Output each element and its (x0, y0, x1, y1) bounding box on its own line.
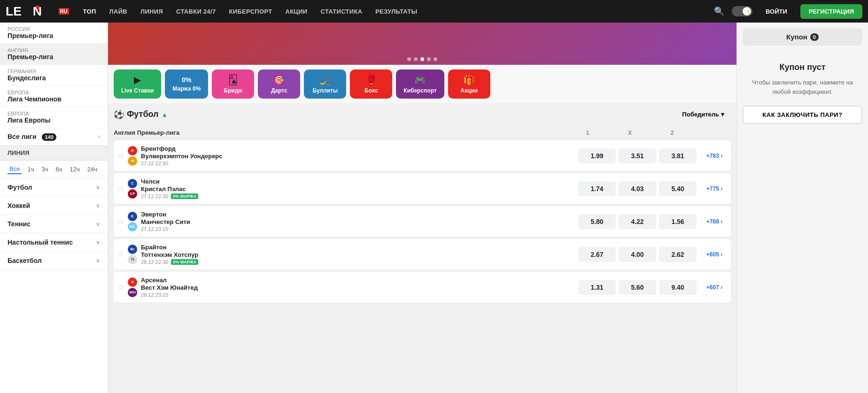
odds-1-button[interactable]: 1.31 (578, 280, 616, 295)
sidebar-all-leagues[interactable]: Все лиги 140 › (0, 128, 108, 146)
quick-link-bridge[interactable]: 🂡 Бридж (212, 69, 254, 99)
team-logos: C CP (128, 179, 137, 199)
sidebar-item-germany-bundesliga[interactable]: Германия Бундеслига (0, 65, 108, 86)
match-info: Арсенал Вест Хэм Юнайтед 28.12 23:15 (141, 277, 577, 298)
match-info: Челси Кристал Пэлас 27.12 22:30 0% МАРЖА (141, 178, 577, 199)
sidebar-league-name: Лига Европы (8, 116, 100, 124)
sun-icon: ☀ (745, 8, 751, 15)
odds-x-button[interactable]: 4.03 (619, 181, 656, 196)
odds-x-button[interactable]: 4.22 (619, 214, 656, 229)
quick-link-box[interactable]: 🥊 Бокс (350, 69, 392, 99)
quick-link-akcii[interactable]: 🎁 Акции (448, 69, 490, 99)
favorite-button[interactable]: ☆ (114, 283, 128, 292)
favorite-button[interactable]: ☆ (114, 250, 128, 259)
how-to-bet-button[interactable]: КАК ЗАКЛЮЧИТЬ ПАРИ? (743, 106, 862, 124)
sidebar-item-europe-europa[interactable]: Европа Лига Европы (0, 107, 108, 128)
nav-rezultaty[interactable]: РЕЗУЛЬТАТЫ (369, 0, 424, 23)
nav-akcii[interactable]: АКЦИИ (279, 0, 314, 23)
events-title: ⚽ Футбол ▲ (114, 109, 168, 120)
time-filter-6h[interactable]: 6ч (54, 165, 64, 174)
favorite-button[interactable]: ☆ (114, 184, 128, 193)
sidebar-league-name: Премьер-лига (8, 32, 100, 39)
banner-dot-5[interactable] (434, 57, 437, 61)
odds-x-button[interactable]: 4.00 (619, 247, 656, 262)
logo[interactable]: LE N RU (6, 4, 69, 19)
team-logo-1: Br (128, 245, 137, 254)
login-button[interactable]: ВОЙТИ (758, 5, 795, 18)
odds-2-button[interactable]: 1.56 (659, 214, 697, 229)
sidebar-sport-table-tennis[interactable]: Настольный теннис ∨ (0, 233, 108, 252)
sidebar-sport-tennis[interactable]: Теннис ∨ (0, 215, 108, 233)
time-filter-3h[interactable]: 3ч (39, 165, 50, 174)
more-odds-button[interactable]: +607 › (698, 284, 731, 291)
quick-link-margin[interactable]: 0% Маржа 0% (165, 69, 208, 99)
filter-label: Победитель (682, 111, 719, 118)
sidebar-item-europe-champions[interactable]: Европа Лига Чемпионов (0, 86, 108, 107)
quick-link-label: Бокс (364, 87, 378, 94)
nav-stavki[interactable]: СТАВКИ 24/7 (170, 0, 222, 23)
search-icon[interactable]: 🔍 (712, 4, 726, 18)
more-odds-button[interactable]: +605 › (698, 251, 731, 258)
nav-kibersport[interactable]: КИБЕРСПОРТ (223, 0, 279, 23)
nav-liniya[interactable]: ЛИНИЯ (134, 0, 170, 23)
favorite-button[interactable]: ☆ (114, 217, 128, 226)
odds-2-button[interactable]: 9.40 (659, 280, 697, 295)
more-odds-button[interactable]: +768 › (698, 218, 731, 225)
nav-statistika[interactable]: СТАТИСТИКА (314, 0, 369, 23)
quick-link-label: Бридж (224, 87, 242, 94)
odds-2-button[interactable]: 2.62 (659, 247, 697, 262)
hockey-icon: 🏒 (319, 74, 331, 85)
more-odds-button[interactable]: +775 › (698, 185, 731, 192)
banner-dot-1[interactable] (407, 57, 411, 61)
sidebar-sport-football[interactable]: Футбол ∨ (0, 178, 108, 197)
register-button[interactable]: РЕГИСТРАЦИЯ (800, 4, 862, 19)
events-filter-button[interactable]: Победитель ▾ (675, 108, 731, 121)
quick-link-label: Маржа 0% (172, 85, 201, 92)
nav-top[interactable]: ТОП (77, 0, 103, 23)
odds-1-button[interactable]: 1.99 (578, 148, 616, 163)
league-header: Англия Премьер-лига 1 X 2 (114, 125, 731, 139)
gift-icon: 🎁 (463, 74, 475, 85)
match-info: Эвертон Манчестер Сити 27.12 23:15 (141, 211, 577, 232)
quick-link-esport[interactable]: 🎮 Киберспорт (396, 69, 444, 99)
match-row: ☆ E MC Эвертон Манчестер Сити 27.12 23:1… (114, 206, 731, 237)
time-filter-12h[interactable]: 12ч (68, 165, 81, 174)
odds-x-button[interactable]: 3.51 (619, 148, 656, 163)
sidebar-sport-hockey[interactable]: Хоккей ∨ (0, 197, 108, 215)
sidebar-sport-basketball[interactable]: Баскетбол ∨ (0, 252, 108, 270)
chevron-up-icon: ▲ (162, 111, 168, 118)
favorite-button[interactable]: ☆ (114, 151, 128, 160)
team1-name: Брайтон (141, 244, 577, 251)
coupon-empty-desc: Чтобы заключить пари, нажмите на любой к… (743, 78, 862, 96)
match-datetime: 27.12 23:15 (141, 226, 168, 232)
sidebar-item-russia-premier[interactable]: Россия Премьер-лига (0, 23, 108, 44)
odds-2-button[interactable]: 3.81 (659, 148, 697, 163)
odds-1-button[interactable]: 5.80 (578, 214, 616, 229)
banner-dot-3[interactable] (420, 57, 424, 61)
logo-ru-badge: RU (59, 8, 69, 15)
sidebar-country: Европа (8, 90, 100, 95)
team-logo-1: E (128, 212, 137, 221)
quick-link-darts[interactable]: 🎯 Дартс (258, 69, 300, 99)
col-1-header: 1 (566, 130, 609, 136)
main-content: ▶ Live Ставки 0% Маржа 0% 🂡 Бридж 🎯 Дарт… (108, 23, 736, 393)
banner-dot-4[interactable] (427, 57, 431, 61)
banner-dot-2[interactable] (414, 57, 418, 61)
team-logo-2: MC (128, 222, 137, 231)
quick-link-live[interactable]: ▶ Live Ставки (114, 69, 161, 99)
time-filter-24h[interactable]: 24ч (85, 165, 99, 174)
match-row: ☆ B W Брентфорд Вулверхэмптон Уондерерс … (114, 140, 731, 171)
theme-toggle[interactable]: ☀ (732, 6, 752, 16)
quick-link-bullety[interactable]: 🏒 Буллиты (304, 69, 346, 99)
chevron-down-icon: ∨ (96, 221, 100, 227)
team-logo-1: C (128, 179, 137, 188)
odds-2-button[interactable]: 5.40 (659, 181, 697, 196)
nav-live[interactable]: ЛАЙВ (103, 0, 134, 23)
more-odds-button[interactable]: +783 › (698, 153, 731, 159)
odds-1-button[interactable]: 2.67 (578, 247, 616, 262)
sidebar-item-england-premier[interactable]: Англия Премьер-лига (0, 44, 108, 65)
odds-1-button[interactable]: 1.74 (578, 181, 616, 196)
time-filter-all[interactable]: Все (8, 164, 22, 174)
odds-x-button[interactable]: 5.60 (619, 280, 656, 295)
time-filter-1h[interactable]: 1ч (25, 165, 36, 174)
